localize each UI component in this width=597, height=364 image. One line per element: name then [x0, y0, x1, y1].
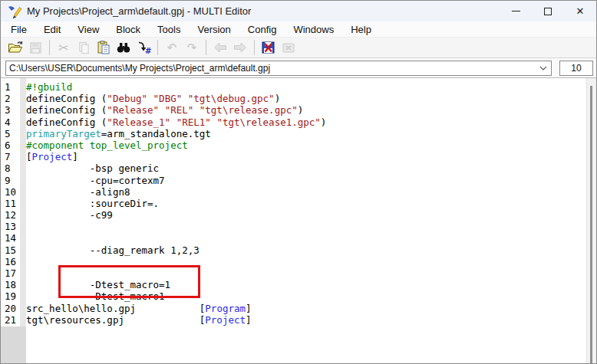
toolbar-separator	[49, 40, 50, 55]
discard-close-icon	[282, 41, 295, 54]
forward-button[interactable]	[230, 38, 250, 57]
red-annotation-box	[58, 265, 200, 298]
line-number: 3	[1, 104, 26, 116]
menu-tools[interactable]: Tools	[149, 22, 189, 37]
redo-icon: ↷	[187, 41, 197, 54]
line-text: #component top_level_project	[26, 139, 188, 151]
combobox-dropdown-button[interactable]	[536, 61, 551, 75]
line-text: --diag_remark 1,2,3	[26, 244, 200, 256]
line-text: -align8	[26, 186, 130, 198]
code-line[interactable]: 6#component top_level_project	[1, 139, 585, 151]
line-text: :sourceDir=.	[26, 198, 159, 209]
cut-button[interactable]: ✂	[54, 38, 74, 57]
forward-arrow-icon	[233, 42, 247, 53]
line-number: 9	[1, 175, 26, 186]
menu-edit[interactable]: Edit	[35, 22, 69, 37]
line-number: 8	[1, 162, 26, 174]
chevron-down-icon	[539, 66, 547, 71]
line-text: defineConfig ("Release_1" "REL1" "tgt\re…	[26, 116, 326, 128]
multi-editor-window: My Projects\Project_arm\default.gpj - MU…	[0, 0, 597, 364]
line-number: 5	[1, 128, 26, 139]
save-close-floppy-x-icon	[262, 41, 275, 54]
code-line[interactable]: 8 -bsp generic	[1, 162, 585, 174]
menu-help[interactable]: Help	[342, 22, 380, 37]
open-folder-icon	[8, 41, 23, 54]
find-button[interactable]	[114, 38, 134, 57]
discard-close-button[interactable]	[279, 38, 298, 57]
line-text: primaryTarget=arm_standalone.tgt	[26, 128, 211, 139]
line-number: 18	[1, 279, 26, 290]
back-button[interactable]	[210, 38, 230, 57]
file-path-input[interactable]	[6, 61, 536, 75]
undo-button[interactable]: ↶	[162, 38, 182, 57]
code-line[interactable]: 13	[1, 221, 585, 232]
toolbar: ✂	[1, 38, 596, 58]
minimize-button[interactable]	[500, 1, 532, 21]
code-line[interactable]: 10 -align8	[1, 186, 585, 198]
code-line[interactable]: 3defineConfig ("Release" "REL" "tgt\rele…	[1, 104, 585, 116]
menu-block[interactable]: Block	[107, 22, 149, 37]
line-number: 14	[1, 232, 26, 244]
code-line[interactable]: 12 -c99	[1, 209, 585, 221]
line-number: 1	[1, 81, 26, 93]
line-text: -cpu=cortexm7	[26, 175, 165, 186]
title-bar: My Projects\Project_arm\default.gpj - MU…	[1, 1, 596, 21]
line-text: tgt\resources.gpj [Project]	[26, 314, 252, 326]
code-line[interactable]: 1#!gbuild	[1, 81, 585, 93]
open-button[interactable]	[5, 38, 25, 57]
line-number: 13	[1, 221, 26, 232]
find-binoculars-icon	[117, 41, 130, 54]
code-line[interactable]: 4defineConfig ("Release_1" "REL1" "tgt\r…	[1, 116, 585, 128]
toolbar-separator	[206, 40, 206, 55]
line-text: -bsp generic	[26, 162, 159, 174]
close-button[interactable]: ✕	[564, 1, 596, 21]
code-line[interactable]: 11 :sourceDir=.	[1, 198, 585, 209]
save-button[interactable]	[25, 38, 45, 57]
maximize-icon	[544, 8, 552, 15]
scrollbar-thumb[interactable]	[590, 86, 592, 363]
line-number: 6	[1, 139, 26, 151]
menu-version[interactable]: Version	[189, 22, 239, 37]
code-line[interactable]: 14	[1, 232, 585, 244]
number-field[interactable]	[559, 61, 593, 76]
copy-button[interactable]	[74, 38, 94, 57]
maximize-button[interactable]	[532, 1, 564, 21]
menu-view[interactable]: View	[69, 22, 107, 37]
line-number: 12	[1, 209, 26, 221]
line-number: 4	[1, 116, 26, 128]
code-line[interactable]: 20src_hello\hello.gpj [Program]	[1, 303, 585, 314]
line-number: 21	[1, 314, 26, 326]
svg-text:#: #	[145, 47, 151, 54]
line-number: 16	[1, 256, 26, 267]
save-close-button[interactable]	[259, 38, 279, 57]
line-number: 20	[1, 303, 26, 314]
close-icon: ✕	[576, 6, 585, 16]
back-arrow-icon	[213, 42, 227, 53]
code-line[interactable]: 9 -cpu=cortexm7	[1, 175, 585, 186]
line-number: 7	[1, 151, 26, 162]
code-line[interactable]: 2defineConfig ("Debug" "DBG" "tgt\debug.…	[1, 93, 585, 104]
line-number: 19	[1, 290, 26, 302]
goto-line-icon: #	[137, 41, 151, 54]
line-number: 15	[1, 244, 26, 256]
goto-line-button[interactable]: #	[134, 38, 153, 57]
vertical-scrollbar[interactable]	[586, 78, 596, 364]
code-line[interactable]: 7[Project]	[1, 151, 585, 162]
save-floppy-icon	[29, 41, 42, 54]
menu-file[interactable]: File	[2, 22, 35, 37]
menu-config[interactable]: Config	[239, 22, 285, 37]
paste-button[interactable]	[94, 38, 114, 57]
undo-icon: ↶	[167, 41, 177, 54]
code-line[interactable]: 5primaryTarget=arm_standalone.tgt	[1, 128, 585, 139]
address-row	[1, 58, 596, 78]
redo-button[interactable]: ↷	[182, 38, 202, 57]
multi-editor-pencil-icon	[7, 4, 22, 19]
cut-scissors-icon: ✂	[58, 41, 68, 55]
file-path-combobox[interactable]	[5, 61, 552, 76]
code-line[interactable]: 21tgt\resources.gpj [Project]	[1, 314, 585, 326]
toolbar-separator	[254, 40, 255, 55]
menu-windows[interactable]: Windows	[285, 22, 342, 37]
code-line[interactable]: 15 --diag_remark 1,2,3	[1, 244, 585, 256]
code-editor[interactable]: 1#!gbuild2defineConfig ("Debug" "DBG" "t…	[1, 78, 596, 364]
line-number: 17	[1, 267, 26, 279]
